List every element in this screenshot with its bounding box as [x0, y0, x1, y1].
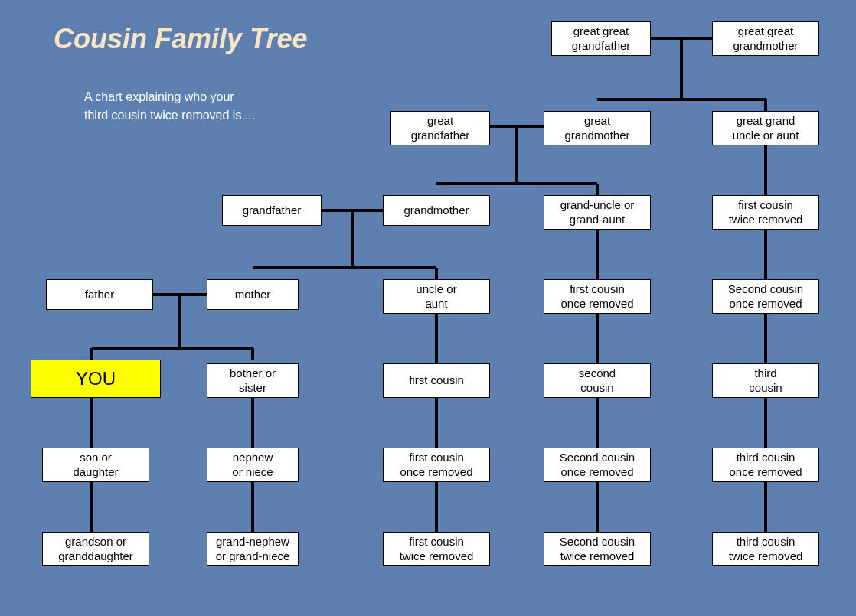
node-grandmother: grandmother [383, 195, 490, 226]
node-g-grandmother: greatgrandmother [544, 111, 651, 145]
node-sc-once-removed-top: Second cousinonce removed [712, 279, 819, 314]
chart-title: Cousin Family Tree [54, 23, 307, 55]
node-nephew-niece: nephewor niece [207, 448, 299, 482]
node-third-cousin: thirdcousin [712, 363, 819, 398]
node-sibling: bother orsister [207, 363, 299, 398]
node-first-cousin: first cousin [383, 363, 490, 398]
node-uncle-aunt: uncle oraunt [383, 279, 490, 314]
node-gg-uncle-aunt: great granduncle or aunt [712, 111, 819, 145]
node-tc-twice-removed: third cousintwice removed [712, 532, 819, 566]
node-son-daughter: son ordaughter [42, 448, 149, 482]
node-grandfather: grandfather [222, 195, 322, 226]
node-gg-grandfather: great greatgrandfather [551, 21, 651, 56]
node-tc-once-removed: third cousinonce removed [712, 448, 819, 482]
node-grand-uncle-aunt: grand-uncle orgrand-aunt [544, 195, 651, 230]
node-grandchild: grandson orgranddaughter [42, 532, 149, 566]
node-gg-grandmother: great greatgrandmother [712, 21, 819, 56]
node-father: father [46, 279, 153, 310]
node-second-cousin: secondcousin [544, 363, 651, 398]
node-mother: mother [207, 279, 299, 310]
node-you: YOU [31, 360, 161, 398]
chart-subtitle: A chart explaining who yourthird cousin … [84, 88, 255, 125]
node-g-grandfather: greatgrandfather [390, 111, 490, 145]
node-grand-nephew: grand-nephewor grand-niece [207, 532, 299, 566]
node-sc-twice-removed: Second cousintwice removed [544, 532, 651, 566]
node-fc-once-removed-top: first cousinonce removed [544, 279, 651, 314]
node-fc-once-removed: first cousinonce removed [383, 448, 490, 482]
node-fc-twice-removed: first cousintwice removed [383, 532, 490, 566]
node-sc-once-removed: Second cousinonce removed [544, 448, 651, 482]
node-fc-twice-removed-top: first cousintwice removed [712, 195, 819, 230]
